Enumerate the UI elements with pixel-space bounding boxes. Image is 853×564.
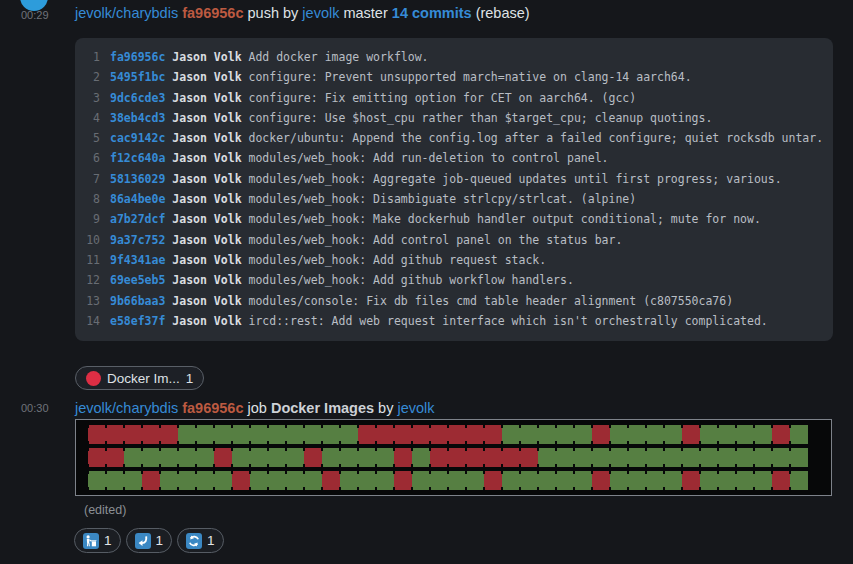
status-cell-passed xyxy=(538,425,556,444)
line-number: 14 xyxy=(85,311,100,331)
repo-link[interactable]: jevolk/charybdis xyxy=(75,5,178,21)
commit-hash-link[interactable]: 38eb4cd3 xyxy=(110,111,165,125)
reaction-count: 1 xyxy=(207,533,215,548)
commit-message: modules/console: Fix db files cmd table … xyxy=(248,294,733,308)
reaction-count: 1 xyxy=(156,533,164,548)
status-cell-passed xyxy=(250,425,268,444)
status-cell-passed xyxy=(340,448,358,467)
status-cell-passed xyxy=(448,471,466,490)
commit-line: 6f12c640a Jason Volk modules/web_hook: A… xyxy=(85,148,833,168)
status-cell-passed xyxy=(592,448,610,467)
message2-timestamp: 00:30 xyxy=(21,402,49,414)
commit-hash-link[interactable]: 69ee5eb5 xyxy=(110,273,165,287)
status-cell-passed xyxy=(628,471,646,490)
commit-hash-link[interactable]: f12c640a xyxy=(110,151,165,165)
status-cell-failed xyxy=(394,471,412,490)
status-cell-passed xyxy=(376,471,394,490)
status-cell-failed xyxy=(592,425,610,444)
commit-hash-link[interactable]: 9f4341ae xyxy=(110,253,165,267)
commit-list-codeblock: 1fa96956c Jason Volk Add docker image wo… xyxy=(75,38,833,341)
edited-label: (edited) xyxy=(84,503,126,517)
status-cell-passed xyxy=(718,471,736,490)
status-cell-failed xyxy=(430,425,448,444)
docker-images-status-pill[interactable]: Docker Im... 1 xyxy=(75,366,204,390)
status-cell-failed xyxy=(394,448,412,467)
status-cell-passed xyxy=(790,448,808,467)
line-number: 7 xyxy=(85,169,100,189)
commit-line: 758136029 Jason Volk modules/web_hook: A… xyxy=(85,169,833,189)
commit-hash-link[interactable]: 5495f1bc xyxy=(110,70,165,84)
status-cell-passed xyxy=(610,471,628,490)
job-text: job xyxy=(248,400,267,416)
status-cell-failed xyxy=(160,425,178,444)
status-cell-failed xyxy=(394,425,412,444)
commit-hash-link[interactable]: 58136029 xyxy=(110,172,165,186)
status-cell-failed xyxy=(484,471,502,490)
status-cell-passed xyxy=(538,471,556,490)
reaction-refresh-arrows[interactable]: 1 xyxy=(177,528,224,553)
status-cell-failed xyxy=(358,425,376,444)
status-cell-passed xyxy=(376,448,394,467)
status-cell-passed xyxy=(214,425,232,444)
status-cell-passed xyxy=(322,448,340,467)
commit-hash-link[interactable]: 9b66baa3 xyxy=(110,294,165,308)
ci-status-grid-image[interactable] xyxy=(75,419,832,496)
commit-author: Jason Volk xyxy=(165,111,248,125)
status-cell-failed xyxy=(682,425,700,444)
status-cell-failed xyxy=(322,471,340,490)
commit-message: ircd::rest: Add web request interface wh… xyxy=(248,314,767,328)
by-text: by xyxy=(378,400,393,416)
commit-author: Jason Volk xyxy=(165,131,248,145)
status-cell-failed xyxy=(88,425,106,444)
status-cell-passed xyxy=(106,471,124,490)
status-cell-failed xyxy=(448,425,466,444)
status-cell-passed xyxy=(700,425,718,444)
reaction-count: 1 xyxy=(104,533,112,548)
status-cell-passed xyxy=(556,471,574,490)
commit-author: Jason Volk xyxy=(165,294,248,308)
status-cell-passed xyxy=(556,448,574,467)
commit-author: Jason Volk xyxy=(165,192,248,206)
status-cell-passed xyxy=(736,448,754,467)
status-cell-passed xyxy=(304,471,322,490)
commit-hash-link[interactable]: 9dc6cde3 xyxy=(110,91,165,105)
status-cell-passed xyxy=(124,448,142,467)
reaction-litter-bin[interactable]: 1 xyxy=(74,528,121,553)
status-cell-passed xyxy=(736,471,754,490)
user-link[interactable]: jevolk xyxy=(397,400,434,416)
reaction-reply-arrow[interactable]: 1 xyxy=(126,528,173,553)
status-cell-passed xyxy=(142,448,160,467)
status-cell-failed xyxy=(106,425,124,444)
commit-line: 39dc6cde3 Jason Volk configure: Fix emit… xyxy=(85,88,833,108)
status-grid-row xyxy=(88,448,831,467)
commit-hash-link[interactable]: 86a4be0e xyxy=(110,192,165,206)
commit-hash-link[interactable]: cac9142c xyxy=(110,131,165,145)
commits-count-link[interactable]: 14 commits xyxy=(392,5,472,21)
status-cell-failed xyxy=(502,448,520,467)
status-cell-passed xyxy=(646,425,664,444)
commit-message: configure: Prevent unsupported march=nat… xyxy=(248,70,691,84)
status-cell-passed xyxy=(718,425,736,444)
status-cell-passed xyxy=(88,471,106,490)
commit-line: 109a37c752 Jason Volk modules/web_hook: … xyxy=(85,230,833,250)
status-cell-passed xyxy=(178,425,196,444)
status-cell-passed xyxy=(502,471,520,490)
user-link[interactable]: jevolk xyxy=(302,5,339,21)
commit-hash-link[interactable]: e58ef37f xyxy=(110,314,165,328)
status-cell-passed xyxy=(160,448,178,467)
status-cell-failed xyxy=(448,448,466,467)
commit-line: 9a7b27dcf Jason Volk modules/web_hook: M… xyxy=(85,209,833,229)
status-cell-passed xyxy=(538,448,556,467)
status-cell-passed xyxy=(340,425,358,444)
status-cell-passed xyxy=(160,471,178,490)
status-cell-passed xyxy=(664,471,682,490)
status-cell-passed xyxy=(466,471,484,490)
commit-hash-link[interactable]: 9a37c752 xyxy=(110,233,165,247)
commit-hash-link[interactable]: fa96956c xyxy=(110,50,165,64)
status-cell-failed xyxy=(142,471,160,490)
commit-message: modules/web_hook: Aggregate job-queued u… xyxy=(248,172,781,186)
commit-message: modules/web_hook: Add github request sta… xyxy=(248,253,546,267)
commit-hash-link[interactable]: a7b27dcf xyxy=(110,212,165,226)
repo-link[interactable]: jevolk/charybdis xyxy=(75,400,178,416)
status-cell-passed xyxy=(268,425,286,444)
